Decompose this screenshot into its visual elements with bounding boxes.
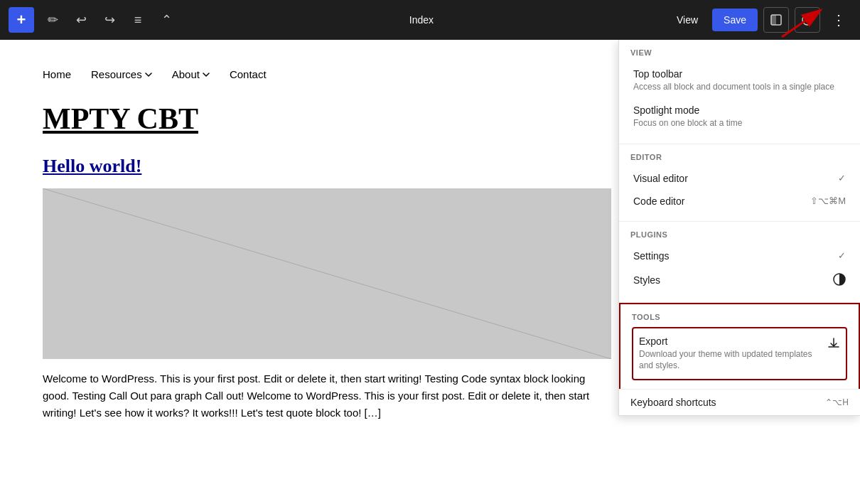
tools-section-label: TOOLS [632, 313, 847, 321]
tools-section: TOOLS Export Download your theme with up… [619, 303, 860, 390]
nav-about[interactable]: About [172, 68, 210, 80]
settings-check: ✓ [838, 250, 846, 261]
keyboard-shortcuts-shortcut: ⌃⌥H [825, 397, 849, 407]
plugins-section: PLUGINS Settings ✓ Styles [619, 222, 860, 303]
nav-contact[interactable]: Contact [230, 68, 267, 80]
code-editor-item[interactable]: Code editor ⇧⌥⌘M [630, 190, 849, 213]
toolbar: + ✏ ↩ ↪ ≡ ⌃ Index View Save [0, 0, 860, 40]
post-text: Welcome to WordPress. This is your first… [43, 370, 611, 422]
editor-section: EDITOR Visual editor ✓ Code editor ⇧⌥⌘M [619, 144, 860, 222]
post-image-svg [43, 188, 611, 359]
post-image [43, 188, 611, 359]
styles-label: Styles [633, 274, 660, 286]
top-toolbar-desc: Access all block and document tools in a… [633, 81, 846, 93]
keyboard-shortcuts-label: Keyboard shortcuts [630, 397, 716, 408]
export-item[interactable]: Export Download your theme with updated … [632, 327, 847, 381]
top-toolbar-title: Top toolbar [633, 68, 846, 80]
styles-icon [833, 273, 846, 288]
save-button[interactable]: Save [712, 9, 758, 31]
tools-button[interactable]: ⌃ [154, 7, 179, 33]
vertical-dots-icon: ⋮ [832, 12, 846, 28]
export-desc: Download your theme with updated templat… [639, 348, 822, 372]
contrast-icon [802, 14, 813, 26]
spotlight-title: Spotlight mode [633, 104, 846, 116]
index-selector[interactable]: Index [402, 10, 445, 30]
nav-home[interactable]: Home [43, 68, 71, 80]
main-area: Home Resources About Contact MPTY CBT He… [0, 40, 860, 504]
layout-icon [770, 14, 782, 26]
view-button[interactable]: View [668, 10, 706, 30]
spotlight-desc: Focus on one block at a time [633, 117, 846, 129]
svg-rect-1 [771, 15, 776, 25]
undo-button[interactable]: ↩ [68, 7, 94, 33]
contrast-toggle[interactable] [795, 7, 820, 33]
download-icon [827, 337, 840, 353]
redo-icon: ↪ [104, 12, 115, 28]
undo-icon: ↩ [76, 12, 87, 28]
block-list-button[interactable]: ≡ [125, 7, 151, 33]
about-chevron-icon [203, 71, 210, 78]
wordpress-logo[interactable]: + [9, 7, 34, 33]
settings-label: Settings [633, 250, 670, 262]
visual-editor-label: Visual editor [633, 173, 688, 184]
nav-resources[interactable]: Resources [91, 68, 152, 80]
settings-item[interactable]: Settings ✓ [630, 245, 849, 267]
editor-section-label: EDITOR [630, 153, 849, 161]
styles-item[interactable]: Styles [630, 267, 849, 294]
visual-editor-item[interactable]: Visual editor ✓ [630, 167, 849, 190]
pencil-icon: ✏ [48, 12, 58, 28]
resources-chevron-icon [145, 71, 152, 78]
export-title: Export [639, 336, 822, 347]
plugins-section-label: PLUGINS [630, 230, 849, 239]
view-section-label: VIEW [630, 48, 849, 57]
code-editor-label: Code editor [633, 195, 684, 207]
top-toolbar-item[interactable]: Top toolbar Access all block and documen… [630, 63, 849, 99]
edit-button[interactable]: ✏ [40, 7, 65, 33]
code-editor-shortcut: ⇧⌥⌘M [810, 195, 846, 206]
view-section: VIEW Top toolbar Access all block and do… [619, 40, 860, 144]
spotlight-mode-item[interactable]: Spotlight mode Focus on one block at a t… [630, 99, 849, 135]
list-icon: ≡ [134, 13, 142, 28]
layout-toggle[interactable] [763, 7, 789, 33]
more-options-button[interactable]: ⋮ [826, 7, 851, 33]
keyboard-shortcuts-item[interactable]: Keyboard shortcuts ⌃⌥H [619, 389, 860, 415]
redo-button[interactable]: ↪ [97, 7, 122, 33]
options-dropdown-panel: VIEW Top toolbar Access all block and do… [618, 40, 860, 416]
tools-icon: ⌃ [161, 12, 172, 28]
visual-editor-check: ✓ [838, 173, 846, 183]
